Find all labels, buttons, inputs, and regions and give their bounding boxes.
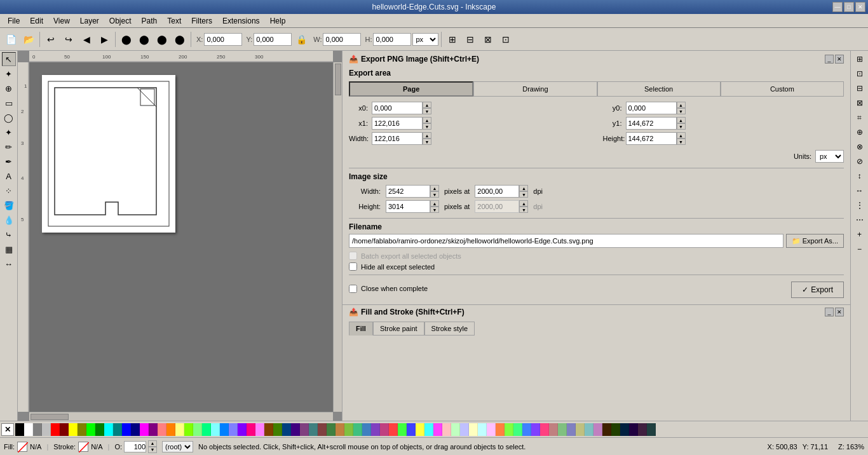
palette-color-cell[interactable] — [282, 423, 291, 436]
img-height-spin-up[interactable]: ▲ — [430, 200, 439, 207]
palette-color-cell[interactable] — [416, 423, 424, 436]
align-left-button[interactable]: ⬤ — [118, 31, 135, 48]
canvas[interactable] — [29, 62, 333, 412]
snap-btn-5[interactable]: ⌗ — [853, 111, 867, 125]
palette-color-cell[interactable] — [496, 423, 505, 436]
img-width-input[interactable] — [386, 185, 430, 198]
x-input[interactable] — [204, 33, 242, 46]
opacity-spin-down[interactable]: ▼ — [148, 447, 157, 453]
new-button[interactable]: 📄 — [3, 31, 19, 48]
dpi2-spin-up[interactable]: ▲ — [519, 200, 528, 207]
menu-view[interactable]: View — [48, 15, 75, 27]
palette-color-cell[interactable] — [442, 423, 451, 436]
snap-btn-7[interactable]: ⊗ — [853, 140, 867, 154]
palette-color-cell[interactable] — [140, 423, 149, 436]
palette-color-cell[interactable] — [398, 423, 407, 436]
snap-btn-9[interactable]: ↕ — [853, 169, 867, 183]
align-center-button[interactable]: ⬤ — [136, 31, 153, 48]
minimize-button[interactable]: — — [832, 2, 843, 12]
x1-spin-up[interactable]: ▲ — [423, 117, 431, 123]
palette-color-cell[interactable] — [202, 423, 211, 436]
units-combo[interactable]: px mm cm in — [815, 150, 844, 163]
palette-color-cell[interactable] — [273, 423, 282, 436]
snap-btn-14[interactable]: − — [853, 242, 867, 256]
palette-color-cell[interactable] — [549, 423, 558, 436]
zoom-tool[interactable]: ⊕ — [2, 81, 16, 95]
transform-1-button[interactable]: ⊞ — [444, 31, 461, 48]
close-when-checkbox[interactable] — [349, 285, 357, 293]
palette-color-cell[interactable] — [344, 423, 353, 436]
palette-color-cell[interactable] — [327, 423, 336, 436]
snap-btn-10[interactable]: ↔ — [853, 184, 867, 198]
palette-color-cell[interactable] — [336, 423, 344, 436]
palette-color-cell[interactable] — [318, 423, 327, 436]
width-spin-down[interactable]: ▼ — [423, 139, 431, 145]
palette-color-cell[interactable] — [513, 423, 522, 436]
tab-page[interactable]: Page — [349, 81, 473, 97]
snap-btn-1[interactable]: ⊞ — [853, 52, 867, 66]
palette-color-cell[interactable] — [602, 423, 611, 436]
w-input[interactable] — [323, 33, 361, 46]
height-spin-down[interactable]: ▼ — [677, 139, 686, 145]
palette-color-cell[interactable] — [86, 423, 95, 436]
y1-spin-down[interactable]: ▼ — [677, 123, 686, 130]
menu-edit[interactable]: Edit — [25, 15, 48, 27]
palette-color-cell[interactable] — [487, 423, 496, 436]
snap-btn-6[interactable]: ⊕ — [853, 125, 867, 139]
palette-color-cell[interactable] — [149, 423, 158, 436]
fill-panel-close[interactable]: ✕ — [835, 308, 844, 316]
export-button[interactable]: ✓ Export — [791, 282, 844, 298]
palette-color-cell[interactable] — [460, 423, 469, 436]
y0-input[interactable] — [626, 102, 677, 114]
height-spin-up[interactable]: ▲ — [677, 132, 686, 139]
snap-btn-4[interactable]: ⊠ — [853, 96, 867, 110]
palette-color-cell[interactable] — [522, 423, 531, 436]
height-input[interactable] — [626, 132, 677, 145]
snap-btn-3[interactable]: ⊟ — [853, 81, 867, 95]
menu-path[interactable]: Path — [137, 15, 163, 27]
palette-color-cell[interactable] — [353, 423, 362, 436]
opacity-input[interactable] — [124, 441, 146, 452]
snap-btn-13[interactable]: + — [853, 228, 867, 241]
palette-color-cell[interactable] — [42, 423, 51, 436]
palette-color-cell[interactable] — [33, 423, 42, 436]
palette-color-cell[interactable] — [131, 423, 140, 436]
redo-button[interactable]: ↪ — [60, 31, 77, 48]
menu-extensions[interactable]: Extensions — [217, 15, 265, 27]
tab-drawing[interactable]: Drawing — [473, 81, 597, 97]
width-spin-up[interactable]: ▲ — [423, 132, 431, 139]
width-input[interactable] — [372, 132, 423, 145]
palette-color-cell[interactable] — [371, 423, 380, 436]
palette-color-cell[interactable] — [255, 423, 264, 436]
menu-layer[interactable]: Layer — [75, 15, 104, 27]
y0-spin-down[interactable]: ▼ — [677, 108, 686, 114]
tab-selection[interactable]: Selection — [597, 81, 721, 97]
batch-export-checkbox[interactable] — [349, 252, 357, 260]
vertical-scrollbar[interactable] — [333, 62, 342, 412]
nav-prev-button[interactable]: ◀ — [78, 31, 95, 48]
y1-input[interactable] — [626, 117, 677, 130]
dpi2-spin-down[interactable]: ▼ — [519, 207, 528, 213]
palette-color-cell[interactable] — [300, 423, 309, 436]
palette-color-cell[interactable] — [193, 423, 202, 436]
palette-color-cell[interactable] — [122, 423, 131, 436]
palette-color-cell[interactable] — [24, 423, 33, 436]
menu-help[interactable]: Help — [265, 15, 291, 27]
palette-color-cell[interactable] — [567, 423, 576, 436]
palette-none-button[interactable]: ✕ — [1, 423, 14, 436]
palette-color-cell[interactable] — [51, 423, 60, 436]
palette-color-cell[interactable] — [69, 423, 78, 436]
opacity-spin-up[interactable]: ▲ — [148, 440, 157, 447]
palette-color-cell[interactable] — [247, 423, 255, 436]
x1-spin-down[interactable]: ▼ — [423, 123, 431, 130]
palette-color-cell[interactable] — [166, 423, 175, 436]
open-button[interactable]: 📂 — [20, 31, 37, 48]
horizontal-scrollbar[interactable] — [29, 412, 333, 421]
palette-color-cell[interactable] — [576, 423, 585, 436]
menu-filters[interactable]: Filters — [186, 15, 217, 27]
spray-tool[interactable]: ⁘ — [2, 184, 16, 198]
palette-color-cell[interactable] — [175, 423, 184, 436]
node-tool[interactable]: ✦ — [2, 67, 16, 81]
y-input[interactable] — [254, 33, 292, 46]
palette-color-cell[interactable] — [15, 423, 24, 436]
